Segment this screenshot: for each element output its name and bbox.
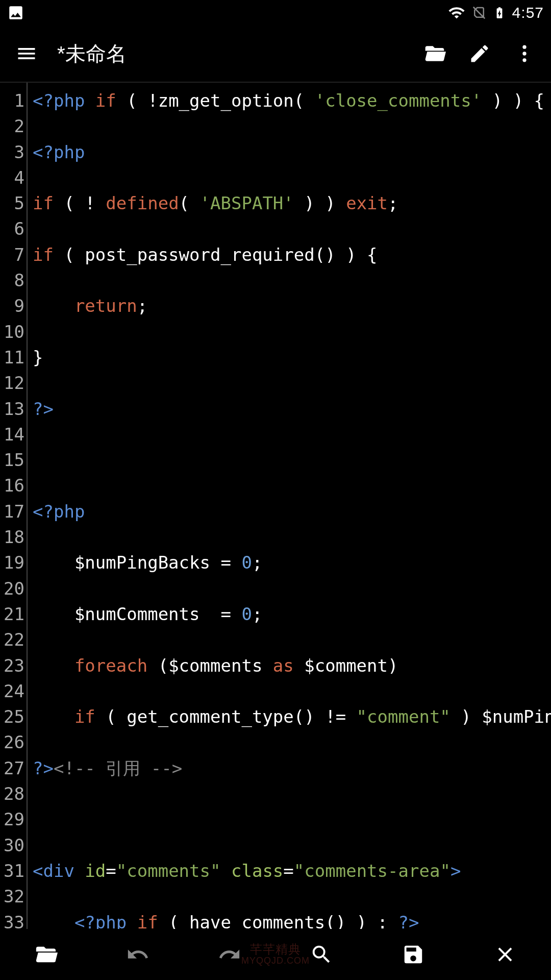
code-line[interactable]: $numPingBacks = 0; (33, 550, 551, 575)
code-line[interactable] (33, 267, 551, 293)
code-line[interactable] (33, 524, 551, 550)
save-button[interactable] (399, 940, 428, 969)
code-line[interactable] (33, 678, 551, 704)
code-line[interactable]: <?php (33, 499, 551, 524)
svg-point-1 (522, 52, 526, 55)
redo-button[interactable] (215, 940, 244, 969)
open-file-button[interactable] (420, 39, 449, 68)
search-button[interactable] (307, 940, 336, 969)
bottom-toolbar: 芊芊精典 MYQQJD.COM (0, 929, 551, 980)
code-line[interactable]: <?php (33, 139, 551, 165)
status-clock: 4:57 (512, 4, 544, 21)
edit-button[interactable] (465, 39, 494, 68)
code-line[interactable] (33, 576, 551, 601)
code-line[interactable]: return; (33, 293, 551, 318)
code-line[interactable]: ?> (33, 396, 551, 422)
code-line[interactable]: <?php if ( !zm_get_option( 'close_commen… (33, 88, 551, 113)
line-number-gutter: 1234567891011121314151617181920212223242… (0, 83, 28, 929)
code-line[interactable] (33, 216, 551, 241)
code-line[interactable] (33, 422, 551, 447)
code-line[interactable] (33, 806, 551, 832)
code-line[interactable]: <div id="comments" class="comments-area"… (33, 858, 551, 884)
watermark: 芊芊精典 MYQQJD.COM (241, 943, 310, 966)
code-line[interactable]: } (33, 345, 551, 370)
menu-button[interactable] (12, 39, 41, 68)
battery-charging-icon (493, 4, 506, 21)
code-line[interactable]: ?><!-- 引用 --> (33, 755, 551, 781)
svg-point-0 (522, 45, 526, 49)
code-line[interactable] (33, 729, 551, 755)
code-line[interactable] (33, 473, 551, 498)
code-line[interactable] (33, 781, 551, 806)
code-line[interactable]: if ( get_comment_type() != "comment" ) $… (33, 704, 551, 729)
code-line[interactable]: foreach ($comments as $comment) (33, 653, 551, 678)
code-line[interactable] (33, 319, 551, 345)
document-title: *未命名 (57, 40, 404, 68)
code-line[interactable] (33, 447, 551, 473)
app-toolbar: *未命名 (0, 26, 551, 83)
undo-button[interactable] (123, 940, 152, 969)
open-button[interactable] (32, 940, 60, 969)
code-editor[interactable]: 1234567891011121314151617181920212223242… (0, 83, 551, 929)
overflow-menu-button[interactable] (510, 39, 539, 68)
code-line[interactable]: <?php if ( have_comments() ) : ?> (33, 910, 551, 929)
image-icon (7, 4, 24, 21)
code-line[interactable] (33, 627, 551, 652)
svg-point-2 (522, 58, 526, 62)
code-line[interactable]: if ( post_password_required() ) { (33, 242, 551, 267)
status-bar: 4:57 (0, 0, 551, 26)
code-line[interactable] (33, 884, 551, 909)
code-line[interactable] (33, 165, 551, 190)
code-content[interactable]: <?php if ( !zm_get_option( 'close_commen… (28, 83, 551, 929)
code-line[interactable] (33, 832, 551, 858)
close-button[interactable] (491, 940, 519, 969)
code-line[interactable] (33, 113, 551, 139)
code-line[interactable]: $numComments = 0; (33, 601, 551, 627)
wifi-icon (448, 4, 465, 21)
code-line[interactable]: if ( ! defined( 'ABSPATH' ) ) exit; (33, 190, 551, 216)
no-sim-icon (471, 5, 487, 20)
code-line[interactable] (33, 370, 551, 396)
